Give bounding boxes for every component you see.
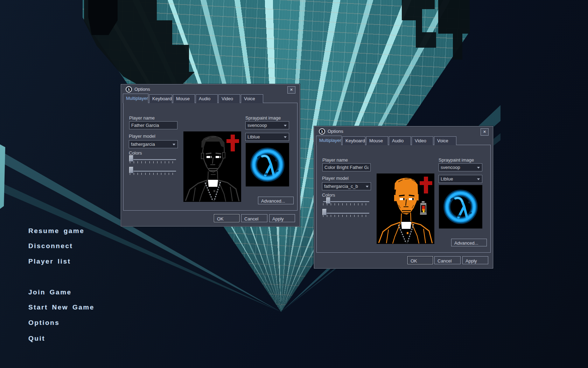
dialog-title: Options [134,87,150,92]
lambda-spray [439,185,482,229]
cancel-button[interactable]: Cancel [434,256,461,264]
color-slider-bottom[interactable] [129,167,177,175]
close-icon[interactable]: × [481,128,489,136]
colors-label: Colors [129,150,142,156]
slider-thumb[interactable] [326,197,330,204]
advanced-button[interactable]: Advanced... [451,239,487,246]
spray-preview [439,185,482,229]
player-name-input[interactable] [129,121,177,129]
player-name-label: Player name [322,157,348,163]
tab-keyboard[interactable]: Keyboard [342,136,365,145]
chevron-down-icon [366,186,369,188]
slider-ticks [130,173,176,175]
apply-button[interactable]: Apply [462,256,488,264]
tab-mouse[interactable]: Mouse [173,94,195,103]
slider-thumb[interactable] [129,167,133,173]
menu-item-start-new-game[interactable]: Start New Game [28,304,94,311]
options-dialog-2: λ Options × Multiplayer Keyboard Mouse A… [314,126,493,268]
father-garcia-model [377,173,434,244]
chevron-down-icon [284,125,287,127]
lambda-icon: λ [126,86,132,93]
father-garcia-model [183,131,241,202]
spray-color-select[interactable]: Ltblue [245,133,289,141]
menu-item-quit[interactable]: Quit [28,335,45,342]
slider-thumb[interactable] [129,155,133,162]
lambda-spray [246,143,289,186]
apply-button[interactable]: Apply [269,214,295,222]
tab-mouse[interactable]: Mouse [366,136,388,145]
ok-button[interactable]: OK [407,256,433,264]
menu-item-join-game[interactable]: Join Game [28,288,72,296]
player-model-value: fathergarcia_c_b [324,184,358,189]
tab-keyboard[interactable]: Keyboard [149,94,172,103]
player-model-preview [183,131,241,202]
title-bar[interactable]: λ Options × [314,127,493,136]
tab-audio[interactable]: Audio [389,136,411,145]
tab-video[interactable]: Video [412,136,433,145]
tab-bar: Multiplayer Keyboard Mouse Audio Video V… [123,94,263,103]
menu-item-options[interactable]: Options [28,319,59,327]
tab-multiplayer[interactable]: Multiplayer [123,94,148,103]
slider-thumb[interactable] [322,209,327,215]
tab-multiplayer[interactable]: Multiplayer [316,136,342,145]
spraypaint-label: Spraypaint image [245,115,281,121]
slider-ticks [323,215,370,217]
chevron-down-icon [173,144,175,145]
tab-voice[interactable]: Voice [241,94,263,103]
tab-bar: Multiplayer Keyboard Mouse Audio Video V… [316,136,456,145]
spray-color-value: Ltblue [247,134,260,139]
spray-image-value: svencoop [441,165,460,170]
advanced-button[interactable]: Advanced... [258,197,294,204]
color-slider-top[interactable] [322,197,370,206]
spray-color-select[interactable]: Ltblue [439,175,482,183]
player-name-input[interactable] [322,163,371,171]
close-icon[interactable]: × [287,86,295,94]
slider-ticks [130,161,176,163]
slider-track[interactable] [130,171,176,172]
player-model-label: Player model [322,176,349,181]
player-name-label: Player name [129,115,155,121]
slider-track[interactable] [130,159,176,161]
menu-item-player-list[interactable]: Player list [28,258,71,265]
chevron-down-icon [477,167,480,169]
tab-audio[interactable]: Audio [196,94,218,103]
chevron-down-icon [284,136,287,138]
player-model-select[interactable]: fathergarcia_c_b [322,182,371,190]
cancel-button[interactable]: Cancel [241,214,267,222]
lambda-icon: λ [319,128,325,135]
chevron-down-icon [477,178,480,180]
spray-image-value: svencoop [247,123,267,128]
player-model-value: fathergarcia [131,142,155,147]
spray-color-value: Ltblue [441,176,453,182]
options-dialog-1: λ Options × Multiplayer Keyboard Mouse A… [121,84,300,226]
ok-button[interactable]: OK [214,214,239,222]
spray-image-select[interactable]: svencoop [245,121,289,129]
spraypaint-label: Spraypaint image [439,157,474,163]
player-model-select[interactable]: fathergarcia [129,140,178,148]
color-slider-top[interactable] [129,155,177,164]
menu-item-resume-game[interactable]: Resume game [28,227,84,235]
tab-video[interactable]: Video [218,94,240,103]
dialog-title: Options [328,129,343,134]
menu-item-disconnect[interactable]: Disconnect [28,242,73,250]
spray-image-select[interactable]: svencoop [439,163,482,171]
title-bar[interactable]: λ Options × [121,84,300,94]
player-model-label: Player model [129,134,155,139]
spray-preview [246,143,289,186]
colors-label: Colors [322,192,335,198]
color-slider-bottom[interactable] [322,209,370,217]
tab-voice[interactable]: Voice [434,136,456,145]
lantern-icon [420,201,427,215]
player-model-preview [377,173,434,244]
slider-track[interactable] [323,213,369,214]
